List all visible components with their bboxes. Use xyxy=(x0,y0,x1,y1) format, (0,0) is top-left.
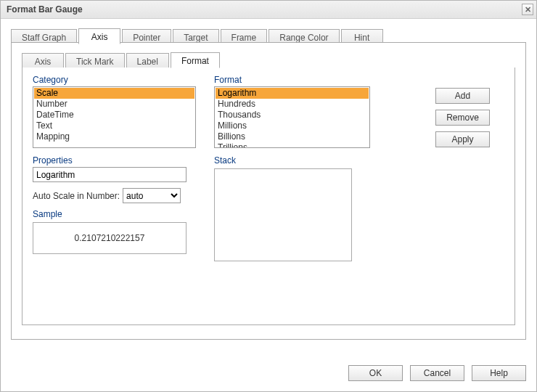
format-item-trillions[interactable]: Trillions xyxy=(216,142,369,148)
sample-box: 0.2107210222157 xyxy=(33,222,186,254)
format-item-billions[interactable]: Billions xyxy=(216,131,369,142)
category-listbox[interactable]: ScaleNumberDateTimeTextMapping xyxy=(33,86,196,148)
tabs-primary: Staff GraphAxisPointerTargetFrameRange C… xyxy=(11,28,526,44)
tab-secondary-tick-mark[interactable]: Tick Mark xyxy=(65,53,125,69)
actions-column: Add Remove Apply xyxy=(370,75,504,261)
footer: OK Cancel Help xyxy=(1,358,536,391)
tab-secondary-axis[interactable]: Axis xyxy=(22,53,64,69)
format-item-logarithm[interactable]: Logarithm xyxy=(216,88,369,99)
properties-input[interactable] xyxy=(33,167,186,182)
add-button[interactable]: Add xyxy=(435,88,490,104)
category-label: Category xyxy=(33,75,196,85)
content-area: Staff GraphAxisPointerTargetFrameRange C… xyxy=(1,19,536,358)
help-button[interactable]: Help xyxy=(472,365,526,381)
format-item-hundreds[interactable]: Hundreds xyxy=(216,99,369,110)
format-label: Format xyxy=(214,75,370,85)
tabs-secondary: AxisTick MarkLabelFormat xyxy=(22,52,515,68)
stack-box[interactable] xyxy=(214,168,352,261)
format-item-millions[interactable]: Millions xyxy=(216,121,369,131)
sample-value: 0.2107210222157 xyxy=(75,233,145,243)
category-item-datetime[interactable]: DateTime xyxy=(34,110,194,121)
format-item-thousands[interactable]: Thousands xyxy=(216,110,369,121)
tab-secondary-label[interactable]: Label xyxy=(126,53,169,69)
format-panel: Category ScaleNumberDateTimeTextMapping … xyxy=(22,68,515,325)
auto-scale-select[interactable]: auto xyxy=(123,188,181,203)
category-item-text[interactable]: Text xyxy=(34,121,194,131)
sample-label: Sample xyxy=(33,209,196,219)
category-item-mapping[interactable]: Mapping xyxy=(34,131,194,142)
dialog-window: Format Bar Gauge ✕ Staff GraphAxisPointe… xyxy=(0,0,537,392)
close-icon[interactable]: ✕ xyxy=(522,4,533,15)
cancel-button[interactable]: Cancel xyxy=(410,365,464,381)
category-item-number[interactable]: Number xyxy=(34,99,194,110)
format-listbox[interactable]: LogarithmHundredsThousandsMillionsBillio… xyxy=(214,86,370,148)
category-item-scale[interactable]: Scale xyxy=(34,88,194,99)
tab-secondary-format[interactable]: Format xyxy=(171,52,220,68)
properties-label: Properties xyxy=(33,155,196,166)
titlebar: Format Bar Gauge ✕ xyxy=(1,1,536,19)
apply-button[interactable]: Apply xyxy=(435,131,490,147)
auto-scale-row: Auto Scale in Number: auto xyxy=(33,188,196,203)
primary-panel: AxisTick MarkLabelFormat Category ScaleN… xyxy=(11,42,526,340)
format-column: Format LogarithmHundredsThousandsMillion… xyxy=(214,75,370,261)
tab-primary-axis[interactable]: Axis xyxy=(78,28,120,44)
remove-button[interactable]: Remove xyxy=(435,110,490,126)
category-column: Category ScaleNumberDateTimeTextMapping … xyxy=(33,75,196,261)
window-title: Format Bar Gauge xyxy=(7,4,83,15)
ok-button[interactable]: OK xyxy=(348,365,403,381)
auto-scale-label: Auto Scale in Number: xyxy=(33,191,120,201)
stack-label: Stack xyxy=(214,155,370,166)
